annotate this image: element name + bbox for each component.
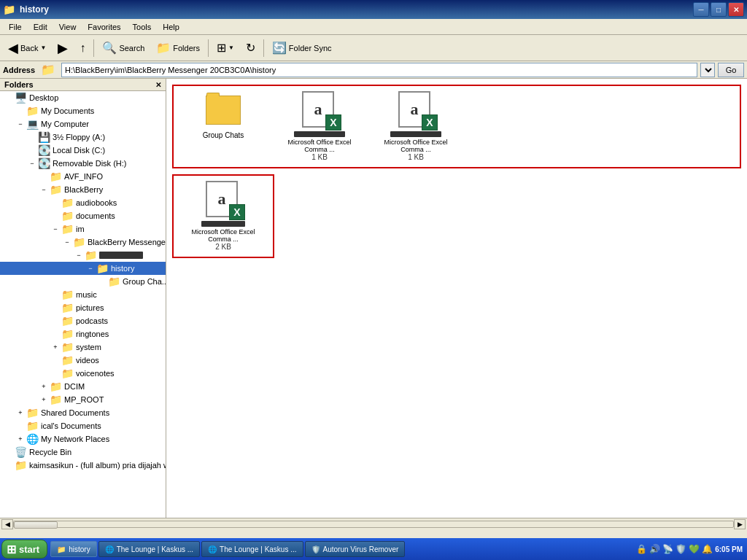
sidebar-item-shareddocs[interactable]: + 📁 Shared Documents	[0, 406, 166, 419]
start-button[interactable]: ⊞ start	[1, 540, 47, 559]
hscroll-right-button[interactable]: ▶	[734, 519, 746, 529]
sidebar-item-label-groupchats: Group Cha...	[123, 277, 166, 286]
system-tray: 🔒 🔊 📡 🛡️ 💚 🔔 6:05 PM	[633, 544, 746, 554]
sidebar-item-audiobooks[interactable]: 📁 audiobooks	[0, 196, 166, 209]
taskbar-item-history[interactable]: 📁 history	[50, 541, 96, 557]
taskbar-item-autorun[interactable]: 🛡️ Autorun Virus Remover	[305, 541, 406, 557]
sidebar-item-im[interactable]: − 📁 im	[0, 222, 166, 236]
maximize-button[interactable]: □	[711, 2, 727, 17]
sidebar-item-videos[interactable]: 📁 videos	[0, 354, 166, 367]
folder-sync-button[interactable]: 🔄 Folder Sync	[267, 38, 337, 58]
sidebar-item-localdisk[interactable]: 💽 Local Disk (C:)	[0, 144, 166, 157]
taskbar-item-kaskus2[interactable]: 🌐 The Lounge | Kaskus ...	[201, 541, 303, 557]
expand-dcim-icon: +	[38, 383, 50, 390]
menu-favorites[interactable]: Favorites	[82, 21, 126, 33]
sidebar-item-blackberry[interactable]: − 📁 BlackBerry	[0, 183, 166, 196]
menu-tools[interactable]: Tools	[127, 21, 158, 33]
taskbar-item-history-label: history	[69, 545, 90, 553]
sidebar-item-mycomputer[interactable]: − 💻 My Computer	[0, 117, 166, 131]
sidebar-item-history[interactable]: − 📁 history	[0, 262, 166, 275]
folders-icon: 📁	[156, 41, 171, 55]
sidebar-item-icalsdocs[interactable]: 📁 ical's Documents	[0, 419, 166, 432]
expand-shareddocs-icon: +	[15, 409, 26, 416]
content-file-3[interactable]: a X Microsoft Office Excel Comma ... 2 K…	[179, 182, 267, 251]
pictures-icon: 📁	[61, 302, 74, 314]
bbmessenger-icon: 📁	[73, 236, 85, 248]
menu-file[interactable]: File	[3, 21, 28, 33]
sidebar-item-avfinfo[interactable]: 📁 AVF_INFO	[0, 170, 166, 183]
folder-groupchats[interactable]: Group Chats	[179, 92, 267, 139]
minimize-button[interactable]: ─	[693, 2, 709, 17]
sidebar-item-mydocs[interactable]: 📁 My Documents	[0, 104, 166, 117]
expand-removabledisk-icon: −	[26, 160, 38, 167]
sidebar-close-button[interactable]: ✕	[155, 81, 161, 89]
content-file-2-name	[390, 131, 441, 139]
expand-system-icon: +	[50, 343, 61, 351]
sidebar-item-pictures[interactable]: 📁 pictures	[0, 301, 166, 314]
sidebar-item-voicenotes[interactable]: 📁 voicenotes	[0, 367, 166, 380]
sidebar-item-ringtones[interactable]: 📁 ringtones	[0, 327, 166, 341]
back-dropdown-icon[interactable]: ▼	[40, 44, 46, 51]
sidebar-item-label-localdisk: Local Disk (C:)	[53, 146, 105, 155]
sidebar-item-label-blackberry: BlackBerry	[64, 185, 103, 194]
sidebar-item-music[interactable]: 📁 music	[0, 288, 166, 301]
menu-edit[interactable]: Edit	[28, 21, 53, 33]
sidebar-item-bbmessenger[interactable]: − 📁 BlackBerry Messenger	[0, 236, 166, 249]
search-button[interactable]: 🔍 Search	[97, 38, 150, 58]
up-button[interactable]: ↑	[74, 39, 90, 58]
back-button[interactable]: ◀ Back ▼	[3, 37, 51, 59]
removabledisk-icon: 💽	[38, 158, 50, 169]
expand-im-icon: −	[50, 225, 61, 233]
sidebar-item-label-history: history	[111, 264, 134, 273]
sidebar-item-desktop[interactable]: 🖥️ Desktop	[0, 91, 166, 104]
folder-groupchats-icon-container	[205, 92, 241, 128]
tray-bell-icon: 🔔	[702, 544, 713, 554]
address-input[interactable]	[61, 63, 697, 77]
sidebar-item-recyclebin[interactable]: 🗑️ Recycle Bin	[0, 446, 166, 459]
podcasts-icon: 📁	[61, 315, 74, 327]
taskbar-item-kaskus2-label: The Lounge | Kaskus ...	[220, 545, 296, 553]
sidebar-item-podcasts[interactable]: 📁 podcasts	[0, 314, 166, 327]
hscroll-thumb[interactable]	[14, 521, 58, 529]
search-label: Search	[119, 44, 144, 52]
sidebar-item-dcim[interactable]: + 📁 DCIM	[0, 380, 166, 393]
sidebar-item-mynetworkplaces[interactable]: + 🌐 My Network Places	[0, 432, 166, 446]
content-file-2-icon: a X	[398, 91, 433, 129]
menu-help[interactable]: Help	[157, 21, 185, 33]
menu-view[interactable]: View	[53, 21, 82, 33]
videos-icon: 📁	[61, 354, 74, 366]
content-file-2-icon-container: a X	[398, 92, 434, 128]
sidebar-item-system[interactable]: + 📁 system	[0, 341, 166, 354]
views-button[interactable]: ⊞ ▼	[212, 38, 239, 58]
folder-groupchats-icon	[206, 96, 241, 125]
content-file-1[interactable]: a X Microsoft Office Excel Comma ... 1 K…	[276, 92, 363, 161]
sidebar-item-label-avfinfo: AVF_INFO	[64, 172, 103, 181]
sidebar-item-floppy[interactable]: 💾 3½ Floppy (A:)	[0, 131, 166, 144]
refresh-button[interactable]: ↻	[241, 38, 260, 58]
content-section-1: Group Chats a X Microsoft Office Excel C…	[172, 85, 741, 168]
sidebar-item-redacted1[interactable]: − 📁	[0, 249, 166, 262]
sidebar-item-documents[interactable]: 📁 documents	[0, 209, 166, 222]
forward-button[interactable]: ▶	[53, 37, 73, 59]
horizontal-scrollbar[interactable]: ◀ ▶	[0, 518, 747, 529]
sidebar-item-label-mproot: MP_ROOT	[64, 395, 104, 404]
content-section-2: a X Microsoft Office Excel Comma ... 2 K…	[172, 174, 274, 258]
sidebar-item-groupchats[interactable]: 📁 Group Cha...	[0, 275, 166, 288]
close-button[interactable]: ✕	[728, 2, 744, 17]
expand-mynetworkplaces-icon: +	[15, 435, 26, 443]
go-button[interactable]: Go	[718, 63, 744, 77]
hscroll-left-button[interactable]: ◀	[1, 519, 13, 529]
sidebar-item-label-documents: documents	[76, 211, 115, 220]
im-icon: 📁	[61, 223, 74, 235]
sidebar-item-kaimsasikun[interactable]: 📁 kaimsasikun - (full album) pria dijaja…	[0, 459, 166, 472]
sidebar-item-removabledisk[interactable]: − 💽 Removable Disk (H:)	[0, 157, 166, 170]
sidebar-item-label-voicenotes: voicenotes	[76, 369, 115, 378]
address-folder-icon: 📁	[41, 63, 55, 77]
taskbar-item-kaskus1[interactable]: 🌐 The Lounge | Kaskus ...	[98, 541, 200, 557]
sidebar-item-label-videos: videos	[76, 356, 99, 365]
audiobooks-icon: 📁	[61, 197, 74, 209]
content-file-2[interactable]: a X Microsoft Office Excel Comma ... 1 K…	[372, 92, 460, 161]
address-dropdown[interactable]: ▼	[700, 63, 715, 77]
folders-button[interactable]: 📁 Folders	[151, 38, 205, 58]
sidebar-item-mproot[interactable]: + 📁 MP_ROOT	[0, 393, 166, 406]
